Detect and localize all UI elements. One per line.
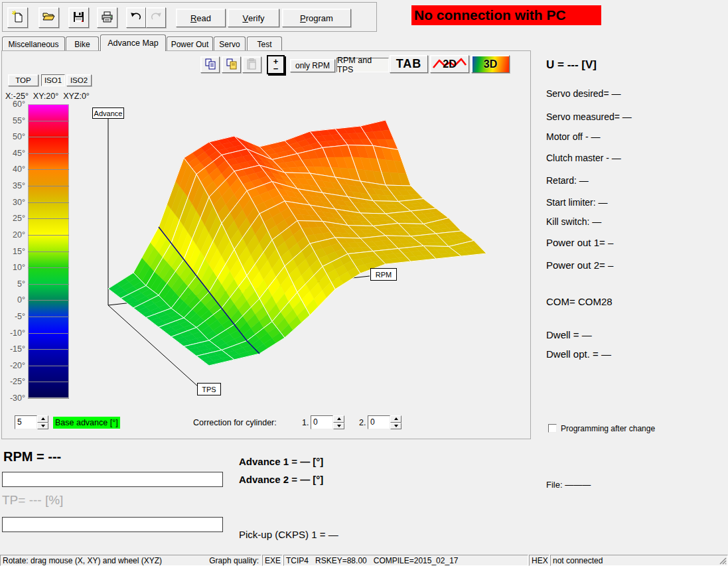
spin-down-icon[interactable]	[390, 423, 401, 430]
status-connection: not connected	[550, 555, 728, 566]
base-advance-input[interactable]: 5	[15, 415, 37, 429]
resize-grip[interactable]	[719, 557, 727, 565]
cylinder2-label: 2.	[359, 418, 366, 427]
tab-servo[interactable]: Servo	[214, 36, 246, 51]
tab-bike[interactable]: Bike	[66, 36, 99, 51]
rpm-readout: RPM = ---	[3, 449, 61, 464]
start-limiter-readout: Start limiter: —	[546, 197, 608, 208]
power-out-2-readout: Power out 2= –	[546, 259, 613, 271]
cylinder2-correction-input[interactable]: 0	[368, 415, 390, 429]
clutch-master-readout: Clutch master - —	[546, 153, 621, 163]
main-toolbar: Read Verify Program	[2, 2, 377, 32]
status-rotate-section: Rotate: drag mouse (X, XY) and wheel (XY…	[0, 555, 261, 566]
servo-desired-readout: Servo desired= —	[546, 88, 620, 99]
printer-icon	[101, 11, 113, 25]
new-file-button[interactable]	[7, 7, 28, 28]
print-button[interactable]	[97, 7, 117, 28]
voltage-readout: U = --- [V]	[546, 58, 597, 72]
redo-arrow-icon	[150, 11, 162, 24]
save-floppy-icon	[73, 11, 84, 25]
base-advance-spinner[interactable]	[37, 415, 48, 429]
read-button[interactable]: Read	[176, 9, 226, 27]
dwell-readout: Dwell = —	[546, 329, 592, 340]
advance1-readout: Advance 1 = — [°]	[239, 456, 323, 467]
kill-switch-readout: Kill switch: —	[546, 216, 601, 227]
app-window: Read Verify Program No connection with P…	[0, 0, 728, 566]
status-rotate-hint: Rotate: drag mouse (X, XY) and wheel (XY…	[3, 556, 162, 565]
motor-off-readout: Motor off - —	[546, 131, 600, 142]
tps-axis-label: TPS	[197, 383, 221, 395]
base-advance-label: Base advance [°]	[53, 417, 120, 429]
verify-button[interactable]: Verify	[228, 9, 279, 27]
status-exe-badge: EXE	[262, 555, 283, 566]
open-file-button[interactable]	[38, 7, 59, 28]
spin-up-icon[interactable]	[390, 415, 401, 423]
dwell-opt-readout: Dwell opt. = —	[546, 348, 611, 360]
advance-map-3d-surface[interactable]	[1, 51, 531, 439]
status-build-info: TCIP4 RSKEY=88.00 COMPILE=2015_02_17	[283, 555, 528, 566]
tp-readout: TP= --- [%]	[2, 493, 63, 508]
open-folder-icon	[42, 11, 55, 24]
correction-label: Correction for cylinder:	[193, 418, 277, 427]
retard-readout: Retard: —	[546, 175, 589, 186]
power-out-1-readout: Power out 1= –	[546, 237, 613, 248]
spin-down-icon[interactable]	[333, 423, 344, 430]
undo-button[interactable]	[126, 7, 146, 28]
cylinder1-label: 1.	[302, 418, 309, 427]
advance-axis-label: Advance	[92, 107, 124, 119]
cylinder2-spinner[interactable]	[390, 415, 401, 429]
tab-miscellaneous[interactable]: Miscellaneous	[2, 36, 65, 51]
redo-button	[146, 7, 166, 28]
servo-measured-readout: Servo measured= —	[546, 111, 632, 122]
status-hex-badge: HEX	[529, 555, 549, 566]
spin-up-icon[interactable]	[37, 415, 48, 423]
tab-advance-map[interactable]: Advance Map	[100, 35, 166, 51]
connection-alert: No connection with PC	[411, 5, 601, 25]
programming-after-change-label: Programming after change	[561, 424, 655, 433]
tp-bar-field	[2, 517, 223, 532]
status-graph-quality-label: Graph quality:	[209, 556, 259, 565]
tab-power-out[interactable]: Power Out	[167, 36, 213, 51]
rpm-bar-field	[2, 472, 223, 487]
advance2-readout: Advance 2 = — [°]	[239, 474, 323, 485]
tab-test[interactable]: Test	[247, 36, 282, 51]
com-port-readout: COM= COM28	[546, 296, 613, 307]
save-button[interactable]	[68, 7, 89, 28]
new-file-icon	[12, 11, 24, 25]
file-readout: File: ———	[546, 480, 591, 490]
spin-up-icon[interactable]	[333, 415, 344, 423]
spin-down-icon[interactable]	[37, 423, 48, 430]
cylinder1-spinner[interactable]	[333, 415, 344, 429]
pickup-readout: Pick-up (CKPS) 1 = —	[239, 529, 338, 540]
programming-after-change-checkbox[interactable]	[548, 424, 557, 433]
cylinder1-correction-input[interactable]: 0	[311, 415, 333, 429]
rpm-axis-label: RPM	[370, 268, 397, 281]
undo-arrow-icon	[130, 11, 142, 24]
program-button[interactable]: Program	[282, 9, 351, 27]
